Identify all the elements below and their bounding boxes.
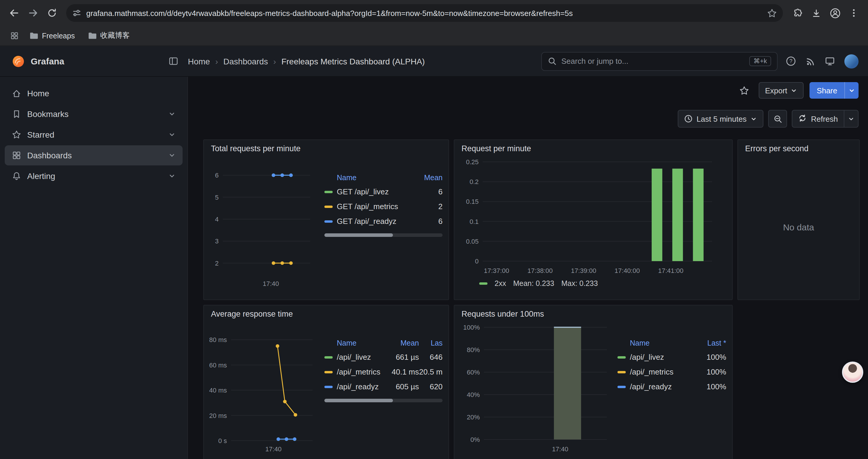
sidebar-item-dashboards[interactable]: Dashboards: [5, 145, 183, 165]
share-options-button[interactable]: [844, 82, 859, 99]
breadcrumb-current: Freeleaps Metrics Dashboard (ALPHA): [281, 57, 425, 66]
bookmark-blog-favorites[interactable]: 收藏博客: [83, 29, 134, 42]
breadcrumb-dashboards[interactable]: Dashboards: [223, 57, 268, 66]
series-name[interactable]: /api/_livez: [630, 353, 693, 362]
legend-row: GET /api/_livez 6: [324, 184, 442, 199]
bookmarks-bar: Freeleaps 收藏博客: [0, 26, 868, 46]
refresh-interval-button[interactable]: [844, 110, 858, 127]
search-box[interactable]: ⌘+k: [541, 52, 778, 71]
series-color-dash: [324, 220, 333, 222]
legend-header-name[interactable]: Name: [337, 174, 416, 182]
legend-row: /api/_metrics 40.1 ms 20.5 m: [324, 364, 442, 379]
time-range-picker[interactable]: Last 5 minutes: [678, 110, 764, 128]
chevron-down-icon: [791, 87, 797, 94]
series-name[interactable]: /api/_readyz: [337, 382, 382, 391]
sidebar-toggle-icon[interactable]: [168, 56, 179, 66]
grafana-logo[interactable]: [12, 55, 25, 68]
legend-header-name[interactable]: Name: [630, 339, 693, 347]
bookmark-freeleaps[interactable]: Freeleaps: [25, 30, 80, 42]
url-bar[interactable]: grafana.mathmast.com/d/deytv4rwavabkb/fr…: [66, 4, 783, 22]
legend-header-last[interactable]: Last *: [693, 339, 726, 347]
bookmark-icon: [12, 109, 21, 119]
legend-header-mean[interactable]: Mean: [382, 339, 419, 347]
dashboards-icon: [12, 151, 21, 160]
zoom-out-button[interactable]: [769, 110, 787, 128]
sidebar-item-label: Bookmarks: [27, 109, 162, 119]
legend-header-name[interactable]: Name: [337, 339, 382, 347]
svg-text:60%: 60%: [467, 369, 480, 376]
series-name[interactable]: /api/_metrics: [630, 367, 693, 376]
share-button[interactable]: Share: [810, 82, 844, 99]
display-icon[interactable]: [825, 56, 835, 66]
floating-assistant-avatar[interactable]: [842, 362, 863, 383]
legend-row: /api/_readyz 100%: [617, 379, 726, 394]
series-last: 20.5 m: [419, 367, 442, 376]
favorite-star-icon[interactable]: [739, 85, 749, 95]
series-mean: 6: [416, 217, 442, 226]
series-last: 100%: [693, 367, 726, 376]
panel-title[interactable]: Errors per second: [738, 140, 859, 155]
scrollbar-thumb[interactable]: [324, 233, 393, 237]
user-avatar[interactable]: [844, 54, 859, 68]
panel-total-requests: Total requests per minute 6543217:40 Nam…: [203, 139, 449, 300]
legend-header-mean[interactable]: Mean: [416, 174, 442, 182]
sidebar-item-label: Dashboards: [27, 151, 162, 160]
refresh-button[interactable]: Refresh: [793, 110, 844, 127]
scrollbar-thumb[interactable]: [324, 399, 393, 402]
sidebar-item-bookmarks[interactable]: Bookmarks: [5, 104, 183, 124]
svg-text:40%: 40%: [467, 391, 480, 398]
breadcrumb-separator: ›: [269, 57, 280, 66]
reload-icon[interactable]: [44, 5, 60, 21]
svg-text:17:41:00: 17:41:00: [658, 267, 683, 274]
chevron-down-icon: [168, 110, 176, 118]
legend-row: /api/_livez 661 µs 646: [324, 350, 442, 364]
zoom-out-icon: [773, 114, 782, 123]
download-icon[interactable]: [808, 5, 824, 21]
series-color-dash: [324, 205, 333, 208]
series-name[interactable]: GET /api/_metrics: [337, 202, 416, 211]
legend-scrollbar[interactable]: [324, 399, 442, 402]
search-input[interactable]: [561, 57, 745, 66]
panel-title[interactable]: Total requests per minute: [204, 140, 448, 155]
panel-title[interactable]: Average response time: [204, 305, 448, 320]
series-name[interactable]: 2xx: [495, 280, 506, 288]
apps-grid-icon[interactable]: [7, 29, 21, 43]
series-last: 100%: [693, 382, 726, 391]
series-name[interactable]: /api/_readyz: [630, 382, 693, 391]
back-icon[interactable]: [6, 5, 23, 21]
browser-toolbar: grafana.mathmast.com/d/deytv4rwavabkb/fr…: [0, 0, 868, 26]
panel-title[interactable]: Request per minute: [454, 140, 732, 155]
series-name[interactable]: /api/_livez: [337, 353, 382, 362]
svg-text:17:38:00: 17:38:00: [527, 267, 553, 274]
svg-text:0 s: 0 s: [218, 437, 227, 445]
panel-title[interactable]: Requests under 100ms: [454, 305, 732, 320]
series-name[interactable]: GET /api/_readyz: [337, 217, 416, 226]
profile-icon[interactable]: [827, 5, 843, 21]
sidebar-item-alerting[interactable]: Alerting: [5, 166, 183, 186]
bell-icon: [12, 171, 21, 181]
export-button[interactable]: Export: [758, 82, 804, 99]
svg-text:20%: 20%: [467, 414, 480, 421]
requests-under-100ms-chart: 100%80%60%40%20%0%17:40: [458, 321, 613, 455]
news-rss-icon[interactable]: [805, 56, 815, 66]
bookmark-star-icon[interactable]: [767, 8, 777, 18]
site-info-icon[interactable]: [72, 8, 82, 18]
series-last: 646: [419, 353, 442, 362]
forward-icon[interactable]: [25, 5, 41, 21]
bookmark-label: 收藏博客: [100, 31, 130, 41]
extensions-icon[interactable]: [789, 5, 805, 21]
menu-dots-icon[interactable]: [845, 5, 862, 21]
help-icon[interactable]: ?: [786, 56, 796, 66]
sidebar-item-starred[interactable]: Starred: [5, 125, 183, 145]
series-name[interactable]: /api/_metrics: [337, 367, 382, 376]
series-name[interactable]: GET /api/_livez: [337, 187, 416, 196]
breadcrumb-home[interactable]: Home: [188, 57, 210, 66]
refresh-icon: [799, 114, 807, 124]
svg-text:3: 3: [215, 237, 219, 245]
legend-header-last[interactable]: Las: [419, 339, 442, 347]
svg-text:6: 6: [215, 172, 219, 179]
sidebar-item-home[interactable]: Home: [5, 83, 183, 103]
folder-icon: [88, 32, 97, 40]
dashboard-actions: Export Share: [188, 81, 859, 99]
legend-scrollbar[interactable]: [324, 233, 442, 237]
